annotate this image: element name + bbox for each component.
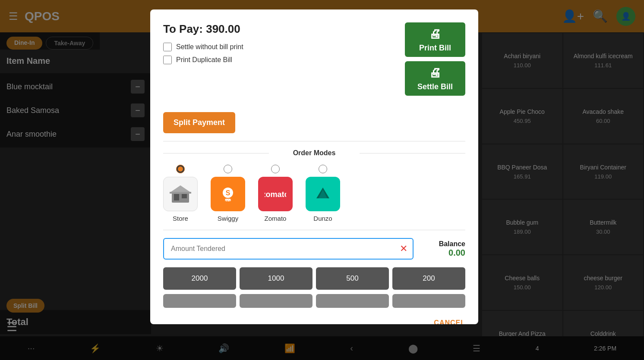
settle-without-bill-row: Settle without bill print xyxy=(163,43,243,51)
svg-text:SWIGGY: SWIGGY xyxy=(222,199,234,202)
quick-amounts-row1: 2000 1000 500 200 xyxy=(163,267,465,290)
zomato-icon: zomato xyxy=(258,177,293,211)
checkboxes: Settle without bill print Print Duplicat… xyxy=(163,43,243,64)
print-duplicate-label: Print Duplicate Bill xyxy=(176,56,232,64)
quick-amounts-row2 xyxy=(163,294,465,308)
order-modes-section: Order Modes Store xyxy=(163,141,465,222)
quick-200-button[interactable]: 200 xyxy=(392,267,465,290)
amount-input-wrapper: ✕ xyxy=(163,238,414,260)
quick-extra-2-button[interactable] xyxy=(240,294,313,308)
svg-rect-1 xyxy=(174,194,179,200)
quick-500-button[interactable]: 500 xyxy=(316,267,389,290)
to-pay-label: To Pay: 390.00 xyxy=(163,22,243,36)
svg-text:zomato: zomato xyxy=(265,190,286,199)
amount-tendered-input[interactable] xyxy=(163,238,414,260)
modal-footer: CANCEL xyxy=(163,316,465,324)
divider xyxy=(163,230,465,230)
order-mode-swiggy-radio[interactable] xyxy=(224,165,232,173)
print-duplicate-row: Print Duplicate Bill xyxy=(163,56,243,64)
cancel-button[interactable]: CANCEL xyxy=(434,319,465,324)
order-mode-zomato[interactable]: zomato Zomato xyxy=(258,165,293,222)
print-duplicate-checkbox[interactable] xyxy=(163,56,172,64)
printer-icon: 🖨 xyxy=(429,27,441,41)
quick-extra-3-button[interactable] xyxy=(316,294,389,308)
svg-rect-4 xyxy=(170,192,191,194)
print-bill-button[interactable]: 🖨 Print Bill xyxy=(405,22,465,57)
quick-extra-4-button[interactable] xyxy=(392,294,465,308)
order-mode-swiggy[interactable]: S SWIGGY Swiggy xyxy=(211,165,245,222)
order-mode-store-radio[interactable] xyxy=(176,165,185,173)
settle-without-bill-checkbox[interactable] xyxy=(163,43,172,51)
order-mode-dunzo-radio[interactable] xyxy=(319,165,327,173)
order-mode-store[interactable]: Store xyxy=(163,165,198,222)
dunzo-icon xyxy=(306,177,340,211)
store-icon xyxy=(163,177,198,211)
amount-tendered-row: ✕ Balance 0.00 xyxy=(163,238,465,260)
modal-header: To Pay: 390.00 Settle without bill print… xyxy=(163,22,465,96)
order-modes-title: Order Modes xyxy=(163,149,465,157)
settle-without-bill-label: Settle without bill print xyxy=(176,43,243,51)
split-payment-button[interactable]: Split Payment xyxy=(163,112,235,133)
quick-1000-button[interactable]: 1000 xyxy=(240,267,313,290)
swiggy-icon: S SWIGGY xyxy=(211,177,245,211)
settle-printer-icon: 🖨 xyxy=(429,66,441,80)
modal-action-buttons: 🖨 Print Bill 🖨 Settle Bill xyxy=(405,22,465,96)
quick-2000-button[interactable]: 2000 xyxy=(163,267,236,290)
svg-text:S: S xyxy=(226,189,230,197)
clear-amount-button[interactable]: ✕ xyxy=(400,243,407,254)
svg-marker-3 xyxy=(170,185,191,193)
order-mode-dunzo[interactable]: Dunzo xyxy=(306,165,340,222)
modal-left: To Pay: 390.00 Settle without bill print… xyxy=(163,22,243,69)
settle-bill-button[interactable]: 🖨 Settle Bill xyxy=(405,61,465,96)
order-mode-zomato-radio[interactable] xyxy=(271,165,280,173)
balance-section: Balance 0.00 xyxy=(422,240,465,258)
svg-rect-2 xyxy=(182,194,187,198)
quick-extra-1-button[interactable] xyxy=(163,294,236,308)
order-modes-list: Store S SWIGGY Swiggy xyxy=(163,165,465,222)
payment-modal: To Pay: 390.00 Settle without bill print… xyxy=(150,9,478,324)
